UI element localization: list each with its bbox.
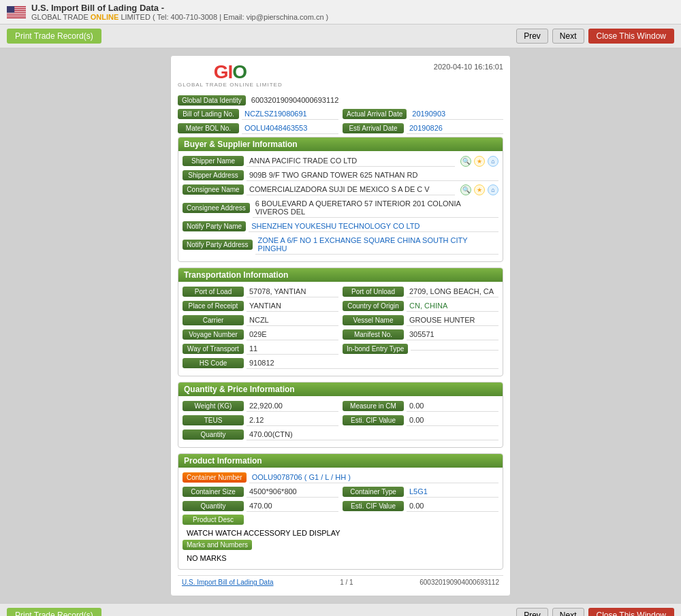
actual-arrival-value: 20190903 <box>409 108 503 120</box>
quantity-label: Quantity <box>183 429 244 440</box>
subtitle-prefix: GLOBAL TRADE <box>31 13 91 21</box>
consignee-name-value: COMERCIALIZADORA SUJI DE MEXICO S A DE C… <box>247 184 455 195</box>
page-subtitle: GLOBAL TRADE ONLINE LIMITED ( Tel: 400-7… <box>31 13 328 21</box>
product-info-section: Product Information Container Number OOL… <box>178 453 503 570</box>
vessel-label: Vessel Name <box>343 315 404 325</box>
consignee-address-label: Consignee Address <box>183 203 250 213</box>
shipper-name-value: ANNA PACIFIC TRADE CO LTD <box>247 155 455 167</box>
weight-measure-row: Weight (KG) 22,920.00 Measure in CM 0.00 <box>183 400 498 412</box>
prod-qty-group: Quantity 470.00 <box>183 500 338 512</box>
buyer-supplier-header: Buyer & Supplier Information <box>178 137 503 151</box>
measure-cm-group: Measure in CM 0.00 <box>343 400 498 412</box>
hs-code-row: HS Code 910812 <box>183 357 498 369</box>
inbond-value <box>411 347 498 351</box>
notify-party-name-group: Notify Party Name SHENZHEN YOUKESHU TECH… <box>183 221 498 232</box>
logo-subtitle: GLOBAL TRADE ONLINE LIMITED <box>178 82 283 88</box>
us-flag-icon <box>7 6 26 18</box>
print-button-bottom[interactable]: Print Trade Record(s) <box>7 608 101 616</box>
vessel-group: Vessel Name GROUSE HUNTER <box>343 314 498 326</box>
prev-button-bottom[interactable]: Prev <box>516 608 548 616</box>
next-button-bottom[interactable]: Next <box>552 608 584 616</box>
mater-bol-group: Mater BOL No. OOLU4048463553 <box>178 123 338 134</box>
country-origin-label: Country of Origin <box>343 301 404 311</box>
esti-arrival-label: Esti Arrival Date <box>343 123 404 133</box>
notify-party-name-value: SHENZHEN YOUKESHU TECHNOLOGY CO LTD <box>249 221 498 232</box>
footer-right: 600320190904000693112 <box>419 579 499 586</box>
next-button-top[interactable]: Next <box>552 29 584 44</box>
measure-cm-label: Measure in CM <box>343 401 404 411</box>
marks-numbers-value: NO MARKS <box>183 553 498 565</box>
close-button-bottom[interactable]: Close This Window <box>588 608 674 616</box>
hs-code-label: HS Code <box>183 358 244 368</box>
print-button-top[interactable]: Print Trade Record(s) <box>7 29 101 44</box>
weight-group: Weight (KG) 22,920.00 <box>183 400 338 412</box>
transportation-body: Port of Load 57078, YANTIAN Port of Unlo… <box>178 282 503 376</box>
manifest-group: Manifest No. 305571 <box>343 329 498 340</box>
notify-party-address-group: Notify Party Address ZONE A 6/F NO 1 EXC… <box>183 235 498 255</box>
voyage-value: 029E <box>247 329 338 340</box>
product-info-body: Container Number OOLU9078706 ( G1 / L / … <box>178 468 503 569</box>
esti-cif-group: Esti. CIF Value 0.00 <box>343 415 498 426</box>
container-type-value: L5G1 <box>407 486 498 498</box>
doc-footer: U.S. Import Bill of Lading Data 1 / 1 60… <box>178 575 503 589</box>
shipper-address-value: 909B 9/F TWO GRAND TOWER 625 NATHAN RD <box>247 169 498 181</box>
teus-label: TEUS <box>183 415 244 425</box>
consignee-icons: 🔍 ★ ⌂ <box>460 184 498 195</box>
way-transport-label: Way of Transport <box>183 344 244 354</box>
consignee-star-icon[interactable]: ★ <box>474 184 485 195</box>
shipper-address-group: Shipper Address 909B 9/F TWO GRAND TOWER… <box>183 169 498 181</box>
country-origin-value: CN, CHINA <box>407 300 498 312</box>
prev-button-top[interactable]: Prev <box>516 29 548 44</box>
place-receipt-group: Place of Receipt YANTIAN <box>183 300 338 312</box>
country-origin-group: Country of Origin CN, CHINA <box>343 300 498 312</box>
quantity-row: Quantity 470.00(CTN) <box>183 429 498 440</box>
close-button-top[interactable]: Close This Window <box>588 29 674 44</box>
manifest-label: Manifest No. <box>343 329 404 340</box>
container-number-row: Container Number OOLU9078706 ( G1 / L / … <box>183 472 498 483</box>
global-id-label: Global Data Identity <box>178 95 246 106</box>
container-type-group: Container Type L5G1 <box>343 486 498 498</box>
product-desc-value: WATCH WATCH ACCESSORY LED DISPLAY <box>183 528 498 540</box>
subtitle-online: ONLINE <box>91 13 119 21</box>
port-unload-label: Port of Unload <box>343 287 404 297</box>
vessel-value: GROUSE HUNTER <box>407 314 498 326</box>
shipper-search-icon[interactable]: 🔍 <box>460 156 471 167</box>
shipper-address-row: Shipper Address 909B 9/F TWO GRAND TOWER… <box>183 169 498 181</box>
svg-rect-13 <box>7 6 14 13</box>
toolbar-left: Print Trade Record(s) <box>7 29 101 44</box>
bottom-toolbar: Print Trade Record(s) Prev Next Close Th… <box>0 603 681 616</box>
manifest-value: 305571 <box>407 329 498 340</box>
mater-bol-value: OOLU4048463553 <box>242 123 338 134</box>
quantity-price-body: Weight (KG) 22,920.00 Measure in CM 0.00… <box>178 396 503 447</box>
container-size-group: Container Size 4500*906*800 <box>183 486 338 498</box>
bol-value: NCZLSZ19080691 <box>242 108 338 120</box>
shipper-star-icon[interactable]: ★ <box>474 156 485 167</box>
bottom-toolbar-left: Print Trade Record(s) <box>7 608 101 616</box>
svg-rect-7 <box>7 12 26 13</box>
svg-rect-11 <box>7 16 26 17</box>
mater-bol-label: Mater BOL No. <box>178 123 239 133</box>
consignee-search-icon[interactable]: 🔍 <box>460 184 471 195</box>
shipper-name-group: Shipper Name ANNA PACIFIC TRADE CO LTD 🔍… <box>183 155 498 167</box>
shipper-address-label: Shipper Address <box>183 170 244 180</box>
esti-cif-label: Esti. CIF Value <box>343 415 404 425</box>
consignee-address-row: Consignee Address 6 BOULEVARD A QUERETAR… <box>183 198 498 218</box>
container-number-group: Container Number OOLU9078706 ( G1 / L / … <box>183 472 498 483</box>
bottom-toolbar-right: Prev Next Close This Window <box>516 608 674 616</box>
shipper-name-row: Shipper Name ANNA PACIFIC TRADE CO LTD 🔍… <box>183 155 498 167</box>
teus-cif-row: TEUS 2.12 Esti. CIF Value 0.00 <box>183 415 498 426</box>
transportation-section: Transportation Information Port of Load … <box>178 268 503 376</box>
inbond-group: In-bond Entry Type <box>343 344 498 354</box>
bol-label: Bill of Lading No. <box>178 109 239 119</box>
consignee-name-group: Consignee Name COMERCIALIZADORA SUJI DE … <box>183 184 498 195</box>
bol-group: Bill of Lading No. NCZLSZ19080691 <box>178 108 338 120</box>
doc-header: GIO GLOBAL TRADE ONLINE LIMITED 2020-04-… <box>178 63 503 88</box>
hs-code-group: HS Code 910812 <box>183 357 498 369</box>
esti-arrival-group: Esti Arrival Date 20190826 <box>343 123 503 134</box>
quantity-price-header: Quantity & Price Information <box>178 383 503 396</box>
shipper-home-icon[interactable]: ⌂ <box>488 156 498 167</box>
inbond-label: In-bond Entry Type <box>343 344 408 354</box>
consignee-home-icon[interactable]: ⌂ <box>488 184 498 195</box>
container-number-label: Container Number <box>183 472 247 483</box>
carrier-label: Carrier <box>183 315 244 325</box>
